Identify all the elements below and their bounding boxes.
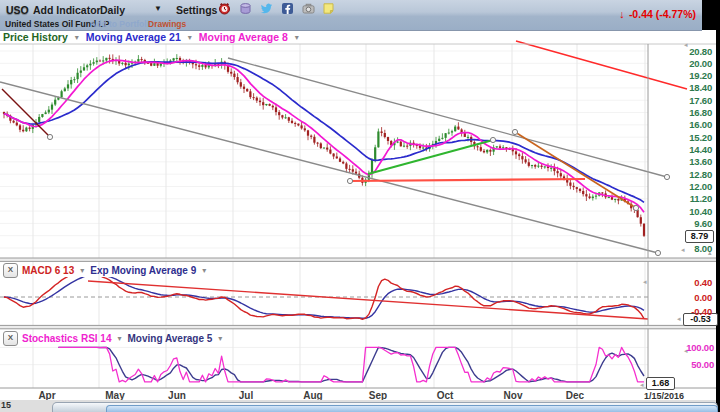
price-axis-label: 19.20: [648, 70, 712, 81]
macd-close-button[interactable]: X: [3, 263, 18, 278]
period-dropdown-caret[interactable]: ▼: [154, 4, 162, 13]
price-history-dropdown[interactable]: Price History: [3, 31, 68, 43]
macd-axis-label: 0.00: [648, 292, 712, 303]
chevron-down-icon[interactable]: ▾: [80, 266, 84, 275]
stoch-value-badge: 1.68: [646, 377, 675, 390]
chart-canvas[interactable]: [0, 0, 716, 412]
symbol-label: USO: [6, 4, 29, 16]
price-axis-label: 20.00: [648, 58, 712, 69]
facebook-icon[interactable]: [281, 2, 294, 15]
price-axis-label: 13.60: [648, 156, 712, 167]
chevron-down-icon[interactable]: ▾: [117, 334, 121, 343]
price-axis-label: 8.00: [648, 243, 712, 254]
chevron-down-icon[interactable]: ▾: [188, 33, 192, 42]
add-to-portfolio-link[interactable]: Add to Portfolio: [90, 19, 154, 29]
axis-scroll-arrow-icon[interactable]: ◂: [643, 278, 647, 285]
last-price-badge: 8.79: [685, 230, 714, 243]
price-axis-label: 14.40: [648, 144, 712, 155]
price-axis-label: 10.40: [648, 206, 712, 217]
stoch-ma-dropdown[interactable]: Moving Average 5: [128, 333, 213, 344]
macd-ema-dropdown[interactable]: Exp Moving Average 9: [90, 265, 196, 276]
stoch-axis-label: 100.00: [650, 342, 714, 353]
price-panel-legend: Price History ▾ Moving Average 21 ▾ Movi…: [3, 31, 299, 43]
axis-scroll-arrow-icon[interactable]: ◂: [640, 381, 644, 388]
price-axis-label: 20.80: [648, 46, 712, 57]
add-indicator-button[interactable]: Add Indicator: [33, 4, 101, 16]
stoch-rsi-dropdown[interactable]: Stochastics RSI 14: [22, 333, 111, 344]
database-icon[interactable]: [239, 2, 252, 15]
ma21-dropdown[interactable]: Moving Average 21: [86, 31, 181, 43]
twitter-icon[interactable]: [260, 2, 273, 15]
chevron-down-icon[interactable]: ▾: [218, 334, 222, 343]
macd-axis-label: -0.40: [648, 306, 712, 317]
price-axis-label: 16.80: [648, 107, 712, 118]
drawings-link[interactable]: Drawings: [148, 19, 186, 29]
stoch-panel-header: Stochastics RSI 14 ▾ Moving Average 5 ▾: [22, 333, 222, 344]
chevron-down-icon[interactable]: ▾: [75, 33, 79, 42]
chevron-down-icon[interactable]: ▾: [202, 266, 206, 275]
sticky-note-icon[interactable]: [322, 2, 335, 15]
year-label-front: 15: [1, 400, 11, 410]
price-axis-label: 11.20: [648, 193, 712, 204]
ma8-dropdown[interactable]: Moving Average 8: [199, 31, 288, 43]
settings-button[interactable]: Settings: [176, 4, 217, 16]
period-dropdown[interactable]: Daily: [100, 4, 125, 16]
alarm-clock-icon[interactable]: [218, 2, 231, 15]
price-change: ↓ -0.44 (-4.77%): [619, 4, 696, 22]
price-axis-label: 17.60: [648, 95, 712, 106]
down-arrow-icon: ↓: [619, 8, 624, 20]
camera-icon[interactable]: [302, 2, 315, 15]
price-axis-label: 15.20: [648, 132, 712, 143]
price-axis-label: 18.40: [648, 82, 712, 93]
window-right-border: [716, 0, 720, 412]
background-window-edge-inner: [106, 405, 718, 412]
macd-panel-header: MACD 6 13 ▾ Exp Moving Average 9 ▾: [22, 265, 206, 276]
price-axis-label: 12.00: [648, 181, 712, 192]
macd-dropdown[interactable]: MACD 6 13: [22, 265, 74, 276]
stoch-close-button[interactable]: X: [3, 331, 18, 346]
price-axis-label: 16.00: [648, 119, 712, 130]
stoch-axis-label: 50.00: [650, 359, 714, 370]
chevron-down-icon[interactable]: ▾: [295, 33, 299, 42]
toolbar: USO Add Indicator Daily ▼ Settings ↓ -0.…: [0, 0, 702, 31]
price-axis-label: 9.60: [648, 218, 712, 229]
change-value: -0.44 (-4.77%): [629, 8, 696, 20]
price-axis-label: 12.80: [648, 169, 712, 180]
macd-axis-label: 0.40: [648, 277, 712, 288]
